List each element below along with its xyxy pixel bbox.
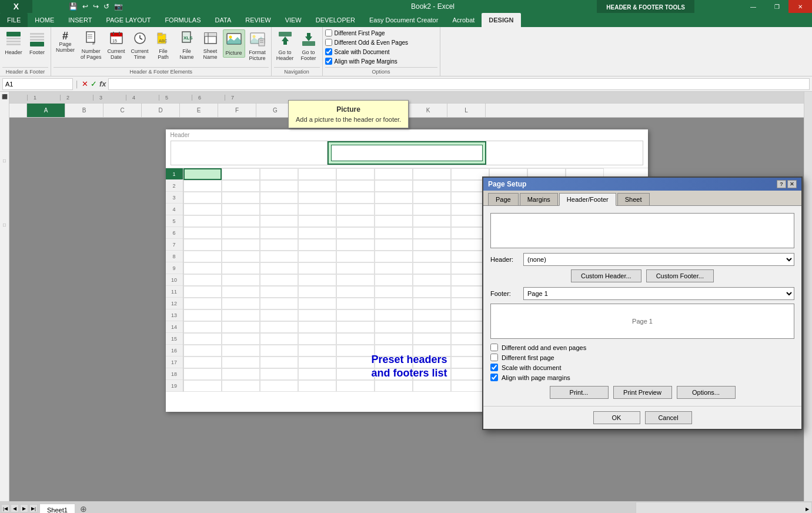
header-select[interactable]: (none) (523, 253, 794, 266)
cell-B1[interactable] (222, 168, 260, 180)
dialog-tab-margins[interactable]: Margins (520, 193, 558, 205)
picture-button[interactable]: Picture Picture Add a picture to the hea… (223, 29, 245, 58)
col-header-B[interactable]: B (65, 104, 103, 117)
sheet-name-button[interactable]: SheetName (199, 29, 222, 61)
dialog-tabs: Page Margins Header/Footer Sheet (483, 191, 801, 206)
scale-with-doc-checkbox[interactable] (325, 48, 332, 55)
insert-function-icon[interactable]: fx (99, 79, 106, 88)
header-center-input[interactable] (331, 145, 483, 161)
diff-odd-even-checkbox[interactable] (325, 39, 332, 46)
align-margins-checkbox[interactable] (325, 58, 332, 65)
dialog-diff-odd-even-checkbox[interactable] (490, 344, 498, 351)
close-button[interactable]: ✕ (788, 0, 812, 13)
cell-E1[interactable] (336, 168, 375, 180)
dialog-tab-sheet[interactable]: Sheet (617, 193, 650, 205)
file-path-button[interactable]: ABC FilePath (152, 29, 175, 61)
dialog-scale-doc-checkbox[interactable] (490, 364, 498, 371)
custom-header-button[interactable]: Custom Header... (571, 269, 641, 282)
minimize-button[interactable]: — (741, 0, 765, 13)
dialog-diff-first-page-checkbox[interactable] (490, 354, 498, 361)
print-preview-button[interactable]: Print Preview (613, 386, 672, 399)
cancel-button[interactable]: Cancel (645, 411, 692, 424)
sheet-first-button[interactable]: |◀ (1, 504, 9, 512)
redo-qa-btn[interactable]: ↪ (92, 1, 100, 12)
num-pages-button[interactable]: # Numberof Pages (78, 29, 104, 61)
dialog-tab-header-footer[interactable]: Header/Footer (559, 193, 616, 206)
cell-A2[interactable] (183, 180, 222, 192)
tab-easy-doc[interactable]: Easy Document Creator (362, 13, 445, 27)
tab-home[interactable]: HOME (28, 13, 61, 27)
dialog-diff-odd-even-label: Different odd and even pages (502, 344, 586, 351)
tab-acrobat[interactable]: Acrobat (445, 13, 482, 27)
ok-button[interactable]: OK (593, 411, 640, 424)
dialog-close-button[interactable]: ✕ (787, 180, 797, 188)
restore-button[interactable]: ❐ (765, 0, 788, 13)
col-header-F[interactable]: F (218, 104, 256, 117)
tab-developer[interactable]: DEVELOPER (309, 13, 362, 27)
sheet-add-button[interactable]: ⊕ (75, 502, 92, 513)
header-left[interactable] (171, 141, 328, 165)
save-qa-btn[interactable]: 💾 (68, 1, 79, 12)
cell-F1[interactable] (375, 168, 413, 180)
format-picture-button[interactable]: FormatPicture (246, 29, 269, 62)
dialog-align-margins-checkbox[interactable] (490, 374, 498, 381)
file-name-button[interactable]: XLS FileName (176, 29, 198, 61)
tab-design[interactable]: DESIGN (482, 13, 520, 27)
cell-E2[interactable] (336, 180, 375, 192)
cancel-formula-icon[interactable]: ✕ (82, 79, 88, 88)
row-num-15: 15 (166, 333, 183, 345)
name-box[interactable] (2, 78, 73, 90)
hf-elements-group-label: Header & Footer Elements (54, 67, 269, 75)
footer-select[interactable]: Page 1 (523, 287, 794, 300)
scroll-right-button[interactable]: ▶ (803, 505, 811, 513)
tab-insert[interactable]: INSERT (61, 13, 99, 27)
sheet-tab-sheet1[interactable]: Sheet1 (39, 504, 75, 513)
cell-C2[interactable] (260, 180, 298, 192)
refresh-qa-btn[interactable]: ↺ (102, 1, 111, 12)
col-header-L[interactable]: L (447, 104, 486, 117)
tab-review[interactable]: REVIEW (238, 13, 278, 27)
col-header-E[interactable]: E (180, 104, 218, 117)
cell-C1[interactable] (260, 168, 298, 180)
cell-D2[interactable] (298, 180, 336, 192)
sheet-next-button[interactable]: ▶ (20, 504, 28, 512)
options-button[interactable]: Options... (677, 386, 736, 399)
header-button[interactable]: Header (2, 29, 25, 56)
tab-formulas[interactable]: FORMULAS (158, 13, 208, 27)
right-scrollbar[interactable] (804, 92, 812, 501)
confirm-formula-icon[interactable]: ✓ (91, 79, 97, 88)
tab-data[interactable]: DATA (208, 13, 239, 27)
print-button[interactable]: Print... (550, 386, 609, 399)
go-to-header-button[interactable]: Go toHeader (274, 29, 296, 62)
current-time-button[interactable]: CurrentTime (129, 29, 151, 61)
col-header-K[interactable]: K (409, 104, 447, 117)
tab-file[interactable]: FILE (0, 13, 28, 27)
undo-qa-btn[interactable]: ↩ (81, 1, 89, 12)
tab-view[interactable]: VIEW (278, 13, 309, 27)
col-header-C[interactable]: C (103, 104, 142, 117)
bottom-scrollbar[interactable]: ▶ (636, 502, 812, 513)
go-to-footer-button[interactable]: Go toFooter (298, 29, 320, 62)
screenshot-qa-btn[interactable]: 📷 (113, 1, 124, 12)
col-header-D[interactable]: D (142, 104, 180, 117)
page-number-button[interactable]: # PageNumber (54, 29, 77, 54)
cell-A1[interactable] (183, 168, 222, 180)
cell-G1[interactable] (413, 168, 451, 180)
custom-footer-button[interactable]: Custom Footer... (646, 269, 714, 282)
col-header-A[interactable]: A (27, 104, 65, 117)
header-center[interactable] (328, 141, 486, 165)
cell-F2[interactable] (375, 180, 413, 192)
footer-button[interactable]: Footer (26, 29, 48, 56)
cell-D1[interactable] (298, 168, 336, 180)
diff-first-page-checkbox[interactable] (325, 29, 332, 36)
formula-input[interactable] (108, 78, 810, 90)
header-right[interactable] (486, 141, 643, 165)
tab-page-layout[interactable]: PAGE LAYOUT (99, 13, 158, 27)
dialog-tab-page[interactable]: Page (488, 193, 519, 205)
cell-B2[interactable] (222, 180, 260, 192)
current-date-button[interactable]: 15 CurrentDate (105, 29, 128, 61)
sheet-prev-button[interactable]: ◀ (11, 504, 19, 512)
dialog-help-button[interactable]: ? (777, 180, 786, 188)
cell-G2[interactable] (413, 180, 451, 192)
sheet-last-button[interactable]: ▶| (29, 504, 38, 512)
